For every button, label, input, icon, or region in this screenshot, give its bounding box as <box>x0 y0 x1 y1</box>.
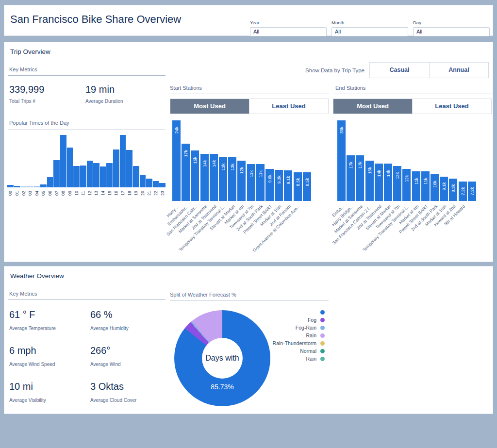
divider <box>170 94 329 94</box>
legend-item[interactable] <box>252 308 325 316</box>
month-filter-label: Month <box>331 20 408 25</box>
trip-type-label: Show Data by Trip Type <box>305 67 364 73</box>
legend-label: Fog-Rain <box>296 325 316 331</box>
month-filter: Month <box>331 20 408 36</box>
avg-wind-speed-label: Average Wind Speed <box>9 362 55 367</box>
year-filter-label: Year <box>250 20 327 25</box>
hour-tick-label: 20 <box>140 188 146 201</box>
weather-key-metrics-label: Key Metrics <box>9 291 37 297</box>
avg-visibility-label: Average Visibility <box>9 398 46 403</box>
end-least-used-tab[interactable]: Least Used <box>412 99 491 114</box>
filter-bar: Year Month Day <box>250 20 490 36</box>
end-stations-axis: Emba...Harry Bridge...Market at SansomeS… <box>337 202 477 261</box>
station-bar-value: 30k <box>333 122 350 138</box>
hour-tick-label: 12 <box>87 188 93 201</box>
trip-overview-panel: Trip Overview Key Metrics Show Data by T… <box>4 42 493 262</box>
hour-tick-label: 09 <box>67 188 73 201</box>
avg-cloud-cover-label: Average Cloud Cover <box>90 398 136 403</box>
legend-label: Rain-Thunderstorm <box>273 340 316 346</box>
start-most-used-tab[interactable]: Most Used <box>170 99 249 114</box>
hour-bar-06[interactable] <box>47 177 53 187</box>
avg-wind-speed-value: 6 mph <box>9 345 36 356</box>
hour-bar-14[interactable] <box>100 166 106 187</box>
year-filter: Year <box>250 20 327 36</box>
hour-bar-10[interactable] <box>73 166 80 187</box>
legend-color-dot <box>320 326 325 330</box>
legend-item[interactable]: Fog-Rain <box>252 324 325 332</box>
hour-tick-label: 14 <box>100 188 106 201</box>
hour-bar-13[interactable] <box>93 163 99 187</box>
hour-bar-23[interactable] <box>159 183 166 187</box>
weather-overview-panel: Weather Overview Key Metrics 61 ° F Aver… <box>4 266 493 414</box>
hour-bar-21[interactable] <box>146 179 152 187</box>
hour-bar-03[interactable] <box>27 186 33 187</box>
hour-tick-label: 13 <box>93 188 99 201</box>
day-filter-input[interactable] <box>413 27 490 36</box>
hour-bar-16[interactable] <box>113 149 119 187</box>
year-filter-input[interactable] <box>250 27 327 36</box>
divider <box>170 300 329 300</box>
legend-color-dot <box>320 349 325 353</box>
total-trips-label: Total Trips # <box>9 99 35 104</box>
total-trips-value: 339,999 <box>9 84 44 95</box>
hour-bar-15[interactable] <box>106 163 113 187</box>
hour-bar-18[interactable] <box>126 150 133 187</box>
annual-button[interactable]: Annual <box>429 63 488 78</box>
avg-visibility-value: 10 mi <box>9 381 33 392</box>
header-panel: San Francisco Bike Share Overview Year M… <box>4 5 493 36</box>
hour-bar-12[interactable] <box>87 161 93 187</box>
legend-item[interactable]: Fog <box>252 316 325 324</box>
avg-wind-value: 266° <box>90 345 110 356</box>
legend-item[interactable]: Rain-Thunderstorm <box>252 339 325 347</box>
donut-center-label: Days with <box>205 354 239 363</box>
hour-tick-label: 04 <box>34 188 40 201</box>
hour-bar-17[interactable] <box>120 135 126 187</box>
popular-times-axis: 0001020304050607080910111213141516171819… <box>7 188 166 201</box>
hour-tick-label: 18 <box>126 188 133 201</box>
station-bar[interactable]: 8.5k <box>303 172 311 201</box>
hour-tick-label: 03 <box>27 188 33 201</box>
hour-bar-09[interactable] <box>67 148 73 187</box>
legend-color-dot <box>320 310 325 315</box>
casual-button[interactable]: Casual <box>370 63 429 78</box>
hour-bar-20[interactable] <box>140 175 146 187</box>
start-stations-tabs: Most Used Least Used <box>170 99 329 114</box>
weather-overview-title: Weather Overview <box>10 272 64 280</box>
month-filter-input[interactable] <box>331 27 408 36</box>
hour-bar-22[interactable] <box>153 181 159 187</box>
hour-bar-04[interactable] <box>34 186 40 187</box>
station-bar-value: 24k <box>168 122 185 138</box>
hour-bar-08[interactable] <box>60 135 66 187</box>
legend-item[interactable]: Normal <box>252 347 325 355</box>
legend-item[interactable]: Rain <box>252 332 325 339</box>
avg-humidity-value: 66 % <box>90 309 113 320</box>
hour-bar-19[interactable] <box>133 166 139 187</box>
hour-tick-label: 00 <box>7 188 14 201</box>
start-least-used-tab[interactable]: Least Used <box>249 99 328 114</box>
hour-tick-label: 01 <box>14 188 20 201</box>
avg-cloud-cover-value: 3 Oktas <box>90 381 124 392</box>
hour-bar-11[interactable] <box>80 166 86 187</box>
station-bar[interactable]: 7.2k <box>468 182 476 201</box>
trip-key-metrics-label: Key Metrics <box>9 66 37 72</box>
start-stations-title: Start Stations <box>170 85 202 91</box>
hour-tick-label: 17 <box>120 188 126 201</box>
hour-bar-00[interactable] <box>7 185 14 187</box>
popular-times-chart <box>7 135 166 187</box>
legend-item[interactable]: Rain <box>252 355 325 363</box>
hour-tick-label: 05 <box>40 188 47 201</box>
hour-tick-label: 23 <box>159 188 166 201</box>
donut-center: Days with <box>202 338 243 379</box>
start-stations-axis: Harry ...Embarcader...San Francisco Calt… <box>172 202 312 261</box>
avg-temperature-value: 61 ° F <box>9 309 35 320</box>
trip-overview-title: Trip Overview <box>10 48 50 55</box>
end-most-used-tab[interactable]: Most Used <box>333 99 412 114</box>
hour-bar-01[interactable] <box>14 186 20 187</box>
hour-bar-02[interactable] <box>20 186 27 187</box>
hour-bar-07[interactable] <box>53 160 60 187</box>
station-bar-value: 7.2k <box>464 183 480 199</box>
legend-label: Rain <box>306 332 316 338</box>
hour-tick-label: 21 <box>146 188 152 201</box>
hour-tick-label: 16 <box>113 188 119 201</box>
hour-bar-05[interactable] <box>40 184 47 187</box>
